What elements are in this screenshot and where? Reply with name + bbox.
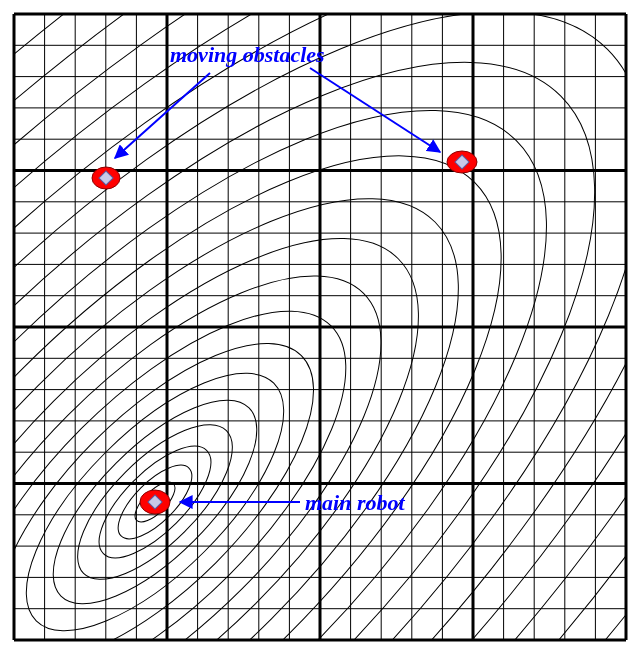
- obstacle-2-marker: [447, 151, 477, 173]
- label-main-robot: main robot: [305, 490, 405, 516]
- svg-point-60: [0, 252, 405, 658]
- annotation-arrows: [115, 68, 440, 502]
- svg-point-61: [0, 206, 451, 658]
- diagram-canvas: moving obstacles main robot: [0, 0, 640, 658]
- markers: [92, 151, 477, 514]
- svg-point-63: [0, 105, 552, 658]
- arrow-to-obstacle-1: [115, 73, 210, 158]
- main-robot-marker: [140, 490, 170, 514]
- obstacle-1-marker: [92, 167, 120, 189]
- plot-svg: [0, 0, 640, 658]
- label-moving-obstacles: moving obstacles: [170, 42, 325, 68]
